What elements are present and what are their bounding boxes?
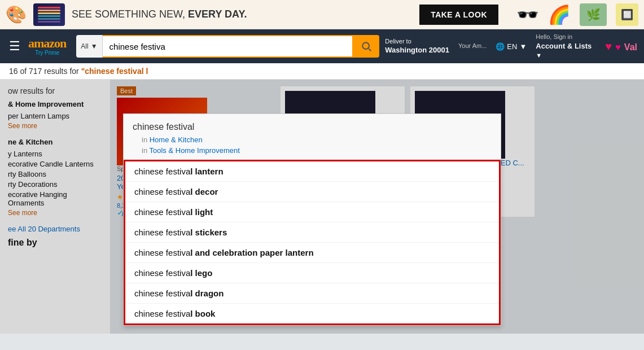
banner-icons: 🕶️ 🌈 🌿 🔲 <box>516 3 638 26</box>
location-city: Washington 20001 <box>385 46 449 54</box>
hamburger-menu-icon[interactable]: ☰ <box>7 37 23 56</box>
autocomplete-suggestion-1[interactable]: chinese festival decor <box>125 182 499 202</box>
search-query: "chinese festival l <box>81 67 148 76</box>
suggestion-0-bold: l lantern <box>190 167 223 176</box>
autocomplete-suggestion-6[interactable]: chinese festival dragon <box>125 283 499 304</box>
svg-line-1 <box>369 49 371 51</box>
suggestion-5-bold: l lego <box>190 268 212 278</box>
search-category-dropdown[interactable]: All ▼ <box>76 35 102 58</box>
search-category-label: All <box>81 42 88 50</box>
banner-text-bold: EVERY DAY. <box>188 8 247 20</box>
main-layout: ow results for & Home Improvement per La… <box>0 80 644 334</box>
autocomplete-suggestions-list: chinese festival lantern chinese festiva… <box>124 160 501 325</box>
autocomplete-sub-tools[interactable]: in Tools & Home Improvement <box>133 145 492 156</box>
try-prime-label: Try Prime <box>28 50 66 56</box>
how-results-label: ow results for <box>8 86 102 95</box>
see-all-departments-link[interactable]: ee All 20 Departments <box>8 225 102 233</box>
sidebar-item-decorations[interactable]: rty Decorations <box>8 180 102 189</box>
search-bar: All ▼ <box>76 35 379 58</box>
suggestion-1-normal: chinese festiva <box>134 187 190 196</box>
hello-sign-in-label: Hello, Sign in <box>536 33 592 41</box>
suggestion-0-normal: chinese festiva <box>134 167 190 176</box>
sidebar-item-ornaments[interactable]: ecorative Hanging Ornaments <box>8 190 102 207</box>
suggestion-6-bold: l dragon <box>190 288 224 298</box>
svg-point-0 <box>363 42 370 49</box>
autocomplete-category-2: Tools & Home Improvement <box>150 146 240 155</box>
suggestion-3-normal: chinese festiva <box>134 228 190 237</box>
suggestion-2-normal: chinese festiva <box>134 207 190 217</box>
sunglasses-icon: 🕶️ <box>516 4 539 25</box>
chevron-down-icon: ▼ <box>91 42 98 50</box>
suggestion-4-bold: l and celebration paper lantern <box>190 248 313 257</box>
banner-text: SEE SOMETHING NEW, EVERY DAY. <box>72 8 413 20</box>
results-bar: 16 of 717 results for "chinese festival … <box>0 63 644 80</box>
your-amazon-nav[interactable]: Your Am... <box>458 42 487 50</box>
account-lists-label: Account & Lists <box>536 41 592 51</box>
sidebar: ow results for & Home Improvement per La… <box>0 80 110 334</box>
deliver-to-label: Deliver to <box>385 37 449 45</box>
suggestion-7-normal: chinese festiva <box>134 309 190 318</box>
sidebar-item-candle-lanterns[interactable]: ecorative Candle Lanterns <box>8 160 102 168</box>
autocomplete-sub-home-kitchen[interactable]: in Home & Kitchen <box>133 134 492 145</box>
chevron-down-account-icon: ▼ <box>536 52 542 59</box>
autocomplete-suggestion-0[interactable]: chinese festival lantern <box>125 161 499 182</box>
valentine-hearts-icon[interactable]: ♥ ♥ Val <box>605 39 637 54</box>
grid-product-icon: 🔲 <box>616 3 638 26</box>
autocomplete-category-1: Home & Kitchen <box>150 135 203 144</box>
language-selector[interactable]: 🌐 EN ▼ <box>496 42 527 51</box>
search-input[interactable] <box>103 35 354 58</box>
language-label: EN <box>507 42 517 51</box>
results-count: 16 of 717 results for <box>9 67 79 76</box>
suggestion-6-normal: chinese festiva <box>134 288 190 298</box>
search-button[interactable] <box>353 35 379 58</box>
banner-left-icon: 🎨 <box>6 5 27 24</box>
account-nav[interactable]: Hello, Sign in Account & Lists ▼ <box>536 33 592 60</box>
sidebar-section2-title: ne & Kitchen <box>8 138 102 146</box>
suggestion-4-normal: chinese festiva <box>134 248 190 257</box>
best-seller-badge: Best <box>117 86 136 95</box>
search-icon <box>361 41 372 52</box>
autocomplete-suggestion-2[interactable]: chinese festival light <box>125 202 499 222</box>
suggestion-1-bold: l decor <box>190 187 218 196</box>
take-a-look-button[interactable]: TAKE A LOOK <box>419 5 498 25</box>
autocomplete-suggestion-7[interactable]: chinese festival book <box>125 304 499 323</box>
sidebar-item-lanterns[interactable]: y Lanterns <box>8 150 102 158</box>
pillow-icon: 🌿 <box>580 3 607 26</box>
sidebar-section-kitchen: ne & Kitchen y Lanterns ecorative Candle… <box>8 138 102 217</box>
suggestion-5-normal: chinese festiva <box>134 268 190 278</box>
sidebar-item-balloons[interactable]: rty Balloons <box>8 170 102 178</box>
autocomplete-suggestion-4[interactable]: chinese festival and celebration paper l… <box>125 243 499 263</box>
suggestion-2-bold: l light <box>190 207 213 217</box>
refine-by-label: fine by <box>8 238 102 248</box>
rainbow-icon: 🌈 <box>548 4 571 25</box>
suggestion-7-bold: l book <box>190 309 215 318</box>
amazon-logo-text: amazon <box>28 37 66 50</box>
delivery-location[interactable]: Deliver to Washington 20001 <box>385 37 449 55</box>
banner-book-icon <box>33 3 65 26</box>
top-banner: 🎨 SEE SOMETHING NEW, EVERY DAY. TAKE A L… <box>0 0 644 29</box>
logo-wordmark: amazon <box>28 36 66 50</box>
sidebar-see-more-1[interactable]: See more <box>8 122 102 130</box>
sidebar-see-more-2[interactable]: See more <box>8 209 102 217</box>
sidebar-section1-title: & Home Improvement <box>8 100 102 108</box>
autocomplete-suggestion-3[interactable]: chinese festival stickers <box>125 222 499 243</box>
nav-right: Deliver to Washington 20001 Your Am... 🌐… <box>385 33 637 60</box>
your-amazon-label: Your Am... <box>458 42 487 49</box>
rainbow-lines <box>38 7 60 23</box>
suggestion-3-bold: l stickers <box>190 228 227 237</box>
header: ☰ amazon Try Prime All ▼ Deliver to Wash… <box>0 29 644 63</box>
how-results-text: ow results for <box>8 86 55 95</box>
autocomplete-dropdown: chinese festival in Home & Kitchen in To… <box>123 113 501 326</box>
autocomplete-main-section: chinese festival in Home & Kitchen in To… <box>124 114 501 160</box>
sidebar-item-paper-lanterns[interactable]: per Lantern Lamps <box>8 112 102 120</box>
valentine-label: Val <box>624 42 637 52</box>
globe-icon: 🌐 <box>496 42 505 51</box>
banner-text-normal: SEE SOMETHING NEW, <box>72 8 185 20</box>
amazon-logo[interactable]: amazon Try Prime <box>28 37 66 56</box>
chevron-down-lang-icon: ▼ <box>519 42 527 51</box>
autocomplete-main-suggestion[interactable]: chinese festival <box>133 120 492 134</box>
autocomplete-suggestion-5[interactable]: chinese festival lego <box>125 263 499 283</box>
sidebar-section-tools: & Home Improvement per Lantern Lamps See… <box>8 100 102 130</box>
